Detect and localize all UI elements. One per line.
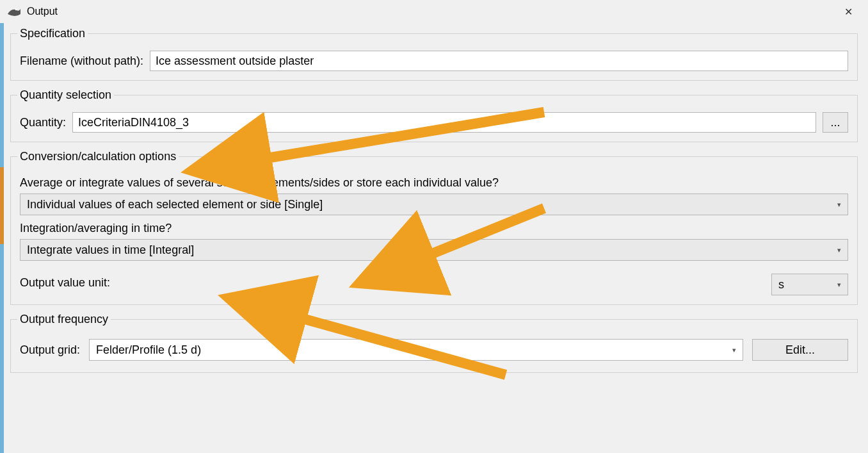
time-question-label: Integration/averaging in time?	[20, 222, 848, 235]
group-output-frequency: Output frequency Output grid: Felder/Pro…	[10, 313, 858, 373]
left-color-strip	[0, 23, 4, 453]
time-mode-select[interactable]: Integrate values in time [Integral] ▾	[20, 239, 848, 261]
close-button[interactable]: ✕	[833, 0, 863, 23]
window-title: Output	[27, 6, 58, 17]
group-frequency-legend: Output frequency	[17, 313, 111, 326]
unit-value: s	[778, 278, 784, 292]
quantity-label: Quantity:	[20, 116, 66, 129]
app-icon	[6, 5, 22, 18]
group-specification: Specification Filename (without path):	[10, 27, 858, 81]
dialog-content: Specification Filename (without path): Q…	[0, 23, 868, 373]
group-conversion-legend: Conversion/calculation options	[17, 150, 179, 163]
output-grid-select[interactable]: Felder/Profile (1.5 d) ▾	[89, 339, 743, 361]
chevron-down-icon: ▾	[837, 201, 841, 209]
filename-input[interactable]	[150, 51, 848, 71]
quantity-browse-button[interactable]: ...	[823, 112, 848, 133]
svg-point-0	[15, 9, 17, 10]
edit-button[interactable]: Edit...	[752, 339, 848, 361]
group-quantity-selection: Quantity selection Quantity: ...	[10, 88, 858, 142]
unit-label: Output value unit:	[20, 276, 110, 290]
output-grid-label: Output grid:	[20, 343, 80, 357]
filename-label: Filename (without path):	[20, 54, 143, 68]
chevron-down-icon: ▾	[837, 246, 841, 254]
avg-mode-value: Individual values of each selected eleme…	[27, 198, 323, 211]
quantity-input[interactable]	[72, 112, 816, 133]
ellipsis-icon: ...	[830, 116, 840, 129]
chevron-down-icon: ▾	[837, 281, 841, 289]
avg-mode-select[interactable]: Individual values of each selected eleme…	[20, 194, 848, 215]
avg-question-label: Average or integrate values of several s…	[20, 176, 848, 190]
chevron-down-icon: ▾	[732, 346, 736, 354]
title-bar: Output ✕	[0, 0, 868, 23]
group-quantity-legend: Quantity selection	[17, 88, 114, 102]
group-specification-legend: Specification	[17, 27, 88, 40]
close-icon: ✕	[844, 6, 853, 18]
time-mode-value: Integrate values in time [Integral]	[27, 243, 194, 257]
group-conversion: Conversion/calculation options Average o…	[10, 150, 858, 305]
edit-button-label: Edit...	[785, 343, 815, 356]
output-grid-value: Felder/Profile (1.5 d)	[96, 343, 201, 357]
unit-select[interactable]: s ▾	[771, 274, 848, 295]
